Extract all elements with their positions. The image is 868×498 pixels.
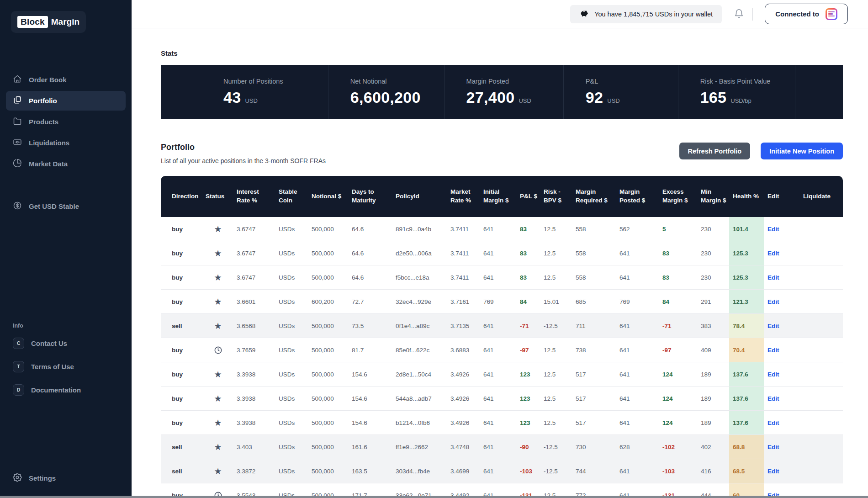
- liquidate-cell: [799, 217, 843, 241]
- pnl-cell: 83: [516, 241, 540, 265]
- sidebar-item-label: Order Book: [29, 76, 67, 84]
- market-rate-cell: 3.4748: [447, 435, 480, 459]
- connected-wallet-button[interactable]: Connected to: [765, 4, 848, 24]
- excess-margin-cell: -97: [659, 338, 697, 362]
- topbar-divider: [752, 8, 753, 21]
- excess-margin-cell: 5: [659, 217, 697, 241]
- sidebar-item-contact-us[interactable]: C Contact Us: [6, 333, 126, 354]
- days-to-maturity-cell: 64.6: [348, 265, 392, 290]
- status-cell: ★: [202, 290, 233, 314]
- edit-link[interactable]: Edit: [764, 290, 799, 314]
- edit-link[interactable]: Edit: [764, 338, 799, 362]
- edit-link[interactable]: Edit: [764, 459, 799, 483]
- excess-margin-cell: 83: [659, 241, 697, 265]
- stable-coin-cell: USDs: [275, 217, 308, 241]
- banknote-icon: [13, 138, 22, 148]
- edit-link[interactable]: Edit: [764, 362, 799, 387]
- notional-cell: 500,000: [308, 411, 348, 435]
- star-icon: ★: [214, 442, 222, 452]
- sidebar-item-portfolio[interactable]: Portfolio: [6, 91, 126, 111]
- col-market-rate: Market Rate %: [447, 176, 480, 217]
- sidebar-item-documentation[interactable]: D Documentation: [6, 380, 126, 400]
- margin-required-cell: 558: [572, 217, 616, 241]
- edit-link[interactable]: Edit: [764, 265, 799, 290]
- health-cell: 78.4: [729, 314, 764, 338]
- days-to-maturity-cell: 154.6: [348, 362, 392, 387]
- gear-icon: [13, 473, 22, 483]
- table-row: sell ★ 3.403 USDs 500,000 161.6 ff1e9...…: [161, 435, 843, 459]
- direction-cell: buy: [161, 217, 202, 241]
- edit-link[interactable]: Edit: [764, 411, 799, 435]
- edit-link[interactable]: Edit: [764, 241, 799, 265]
- stat-label: Margin Posted: [466, 78, 563, 85]
- liquidate-cell: [799, 362, 843, 387]
- edit-link[interactable]: Edit: [764, 435, 799, 459]
- margin-required-cell: 730: [572, 435, 616, 459]
- margin-required-cell: 744: [572, 459, 616, 483]
- col-direction: Direction: [161, 176, 202, 217]
- edit-link[interactable]: Edit: [764, 314, 799, 338]
- col-stable-coin: Stable Coin: [275, 176, 308, 217]
- stat-risk-bpv: Risk - Basis Point Value 165 USD/bp: [678, 65, 795, 119]
- days-to-maturity-cell: 72.7: [348, 290, 392, 314]
- margin-posted-cell: 641: [616, 387, 659, 411]
- direction-cell: buy: [161, 411, 202, 435]
- stat-number-of-positions: Number of Positions 43 USD: [161, 65, 328, 119]
- wallet-logo-icon: [826, 8, 837, 20]
- policy-id-cell: f5bcc...e18a: [392, 265, 447, 290]
- brand-logo[interactable]: Block Margin: [11, 11, 86, 33]
- stat-value: 6,600,200: [350, 89, 421, 106]
- sidebar-item-get-usd-stable[interactable]: Get USD Stable: [6, 196, 126, 216]
- interest-rate-cell: 3.3938: [233, 411, 275, 435]
- sidebar-item-liquidations[interactable]: Liquidations: [6, 133, 126, 153]
- edit-link[interactable]: Edit: [764, 217, 799, 241]
- piggy-bank-icon: [579, 9, 589, 20]
- pnl-cell: 83: [516, 265, 540, 290]
- stat-label: Number of Positions: [223, 78, 328, 85]
- status-cell: ★: [202, 338, 233, 362]
- sidebar-item-order-book[interactable]: Order Book: [6, 70, 126, 90]
- col-liquidate: Liquidate: [799, 176, 843, 217]
- health-cell: 137.6: [729, 411, 764, 435]
- liquidate-cell: [799, 314, 843, 338]
- refresh-portfolio-button[interactable]: Refresh Portfolio: [679, 143, 751, 159]
- risk-bpv-cell: -12.5: [540, 435, 572, 459]
- margin-posted-cell: 641: [616, 411, 659, 435]
- policy-id-cell: 32ec4...929e: [392, 290, 447, 314]
- liquidate-cell: [799, 459, 843, 483]
- initiate-new-position-button[interactable]: Initiate New Position: [761, 143, 843, 159]
- initial-margin-cell: 641: [480, 338, 516, 362]
- stat-value: 27,400: [466, 89, 515, 106]
- margin-required-cell: 711: [572, 314, 616, 338]
- col-pnl: P&L $: [516, 176, 540, 217]
- market-rate-cell: 3.7411: [447, 265, 480, 290]
- bell-icon[interactable]: [734, 9, 744, 19]
- days-to-maturity-cell: 154.6: [348, 387, 392, 411]
- notional-cell: 500,000: [308, 387, 348, 411]
- star-icon: ★: [214, 466, 222, 476]
- brand-block: Block: [17, 16, 48, 28]
- main-content: Stats Number of Positions 43 USD Net Not…: [132, 49, 868, 498]
- stable-coin-cell: USDs: [275, 435, 308, 459]
- pnl-cell: 123: [516, 387, 540, 411]
- sidebar-item-market-data[interactable]: Market Data: [6, 154, 126, 174]
- sidebar-item-settings[interactable]: Settings: [6, 468, 126, 488]
- sidebar-item-terms-of-use[interactable]: T Terms of Use: [6, 356, 126, 377]
- horizontal-scrollbar[interactable]: [0, 496, 868, 498]
- connected-label: Connected to: [775, 10, 819, 18]
- market-rate-cell: 3.4699: [447, 459, 480, 483]
- market-rate-cell: 3.6883: [447, 338, 480, 362]
- pnl-cell: 83: [516, 217, 540, 241]
- initial-margin-cell: 641: [480, 435, 516, 459]
- excess-margin-cell: 84: [659, 290, 697, 314]
- interest-rate-cell: 3.403: [233, 435, 275, 459]
- interest-rate-cell: 3.6568: [233, 314, 275, 338]
- policy-id-cell: 891c9...0a4b: [392, 217, 447, 241]
- col-health: Health %: [729, 176, 764, 217]
- sidebar-item-products[interactable]: Products: [6, 112, 126, 132]
- risk-bpv-cell: 12.5: [540, 338, 572, 362]
- interest-rate-cell: 3.6747: [233, 241, 275, 265]
- edit-link[interactable]: Edit: [764, 387, 799, 411]
- portfolio-subtitle: List of all your active positions in the…: [161, 157, 326, 164]
- margin-posted-cell: 628: [616, 435, 659, 459]
